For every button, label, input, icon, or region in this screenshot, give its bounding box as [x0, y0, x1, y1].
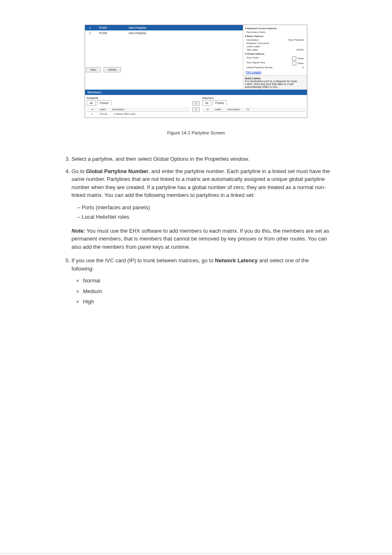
latency-item: Medium — [83, 287, 330, 296]
property-group[interactable]: ▾ Basic Options — [244, 34, 306, 38]
partyline-screenshot: 1PL001New Partyline2PL002New Partyline N… — [85, 25, 307, 118]
body-text: Select a partyline, and then select Glob… — [25, 145, 367, 306]
delete-button[interactable]: Delete — [104, 67, 121, 72]
col-desc-2: Description — [224, 108, 243, 111]
grid-row[interactable]: 2PL002New Partyline — [85, 30, 243, 36]
figure-caption: Figure 14-1 Partyline Screen — [25, 130, 367, 135]
members-area: Available All Panels # Label Description… — [85, 95, 307, 118]
col-desc: Description — [109, 108, 128, 111]
step-item: If you use the IVC card (IP) to trunk be… — [71, 257, 330, 273]
tab-all[interactable]: All — [87, 100, 96, 106]
sub-item: Ports (interfaces and panels) — [83, 204, 330, 212]
attached-panel: Attached All Panels # Label Description … — [201, 95, 307, 118]
col-tl: TL — [243, 108, 253, 111]
properties-panel: ▾ Attached Control OptionsSecondary Acti… — [243, 25, 307, 90]
col-label-2: Label — [212, 108, 224, 111]
attached-label: Attached — [202, 97, 305, 99]
page-footer: 269 EHX Configuration Software | User Gu… — [0, 553, 392, 555]
sub-item: Local HelixNet roles — [83, 213, 330, 221]
step-item: Go to Global Partyline Number, and enter… — [71, 167, 330, 199]
move-left-button[interactable]: < — [192, 107, 200, 112]
property-group[interactable]: ▾ Attached Control Options — [244, 26, 306, 30]
property-help: Auto Listen If a destination port is con… — [243, 75, 307, 90]
available-row[interactable]: 1V3 LevV-Series 1RU Lever — [87, 112, 190, 116]
find-usages-link[interactable]: Find usages — [243, 70, 307, 74]
available-label: Available — [87, 97, 190, 99]
tab-panels[interactable]: Panels — [97, 100, 111, 106]
tab-all-2[interactable]: All — [202, 100, 211, 106]
property-row[interactable]: Secondary Action — [244, 30, 306, 34]
property-row[interactable]: Global Partyline Numbe3 — [244, 66, 306, 69]
col-n: # — [88, 108, 96, 111]
move-right-button[interactable]: > — [192, 101, 200, 106]
property-row[interactable]: Listen Label — [244, 45, 306, 48]
available-panel: Available All Panels # Label Description… — [85, 95, 191, 118]
property-group[interactable]: ▾ Global Options — [244, 51, 306, 56]
help-title: Auto Listen — [245, 77, 305, 80]
latency-item: Normal — [83, 277, 330, 285]
help-text: If a destination port is configured for … — [245, 80, 305, 88]
property-row[interactable]: Engineer Comments — [244, 42, 306, 45]
tab-panels-2[interactable]: Panels — [212, 100, 227, 106]
note: Note: You must use the EHX software to a… — [71, 227, 330, 251]
partyline-grid: 1PL001New Partyline2PL002New Partyline N… — [85, 25, 243, 90]
grid-row[interactable]: 1PL001New Partyline — [85, 25, 243, 30]
new-button[interactable]: New — [86, 67, 101, 72]
col-n-2: # — [204, 108, 212, 111]
property-row[interactable]: Talk LabelPL001 — [244, 48, 306, 51]
property-row[interactable]: Auto Listen False — [244, 56, 306, 61]
latency-item: High — [83, 298, 330, 306]
step-item: Select a partyline, and then select Glob… — [71, 155, 330, 163]
col-label: Label — [96, 108, 109, 111]
property-row[interactable]: DescriptionNew Partyline — [244, 38, 306, 42]
members-title: Members — [85, 90, 307, 95]
property-row[interactable]: Auto Signal Tone False — [244, 61, 306, 66]
